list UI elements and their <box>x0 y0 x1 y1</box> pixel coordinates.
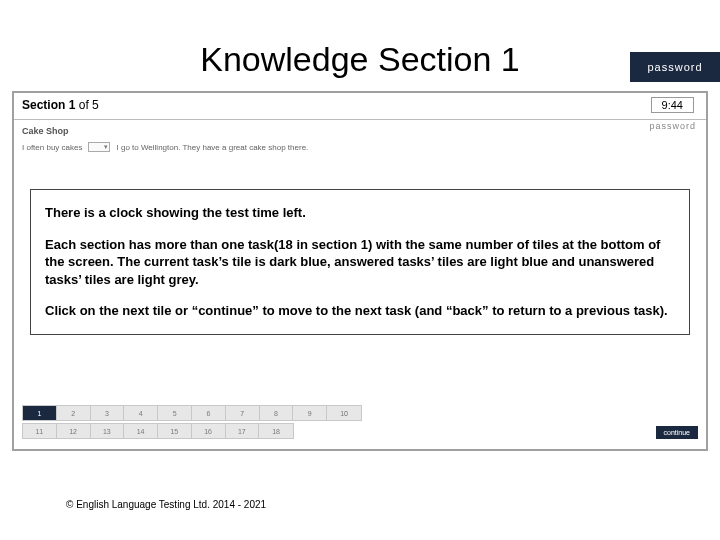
tile-row-1: 1 2 3 4 5 6 7 8 9 10 <box>22 405 362 421</box>
brand-corner: password <box>630 52 720 82</box>
task-tile-13[interactable]: 13 <box>91 424 125 438</box>
task-title: Cake Shop <box>14 124 706 142</box>
section-prefix: Section <box>22 98 69 112</box>
task-tile-2[interactable]: 2 <box>57 406 91 420</box>
task-tile-16[interactable]: 16 <box>192 424 226 438</box>
info-paragraph-3: Click on the next tile or “continue” to … <box>45 302 675 320</box>
divider <box>14 119 706 120</box>
task-tile-15[interactable]: 15 <box>158 424 192 438</box>
task-tile-3[interactable]: 3 <box>91 406 125 420</box>
brand-mini: password <box>649 121 696 131</box>
app-frame: Section 1 of 5 9:44 password Cake Shop I… <box>12 91 708 451</box>
info-paragraph-1: There is a clock showing the test time l… <box>45 204 675 222</box>
task-tile-12[interactable]: 12 <box>57 424 91 438</box>
info-paragraph-2: Each section has more than one task(18 i… <box>45 236 675 289</box>
info-overlay: There is a clock showing the test time l… <box>30 189 690 335</box>
task-blank-dropdown[interactable]: ▾ <box>88 142 110 152</box>
task-text-b: I go to Wellington. They have a great ca… <box>116 143 308 152</box>
task-tile-9[interactable]: 9 <box>293 406 327 420</box>
task-tile-7[interactable]: 7 <box>226 406 260 420</box>
task-tile-14[interactable]: 14 <box>124 424 158 438</box>
task-tile-8[interactable]: 8 <box>260 406 294 420</box>
task-tile-1[interactable]: 1 <box>23 406 57 420</box>
tiles-area: 1 2 3 4 5 6 7 8 9 10 11 12 13 14 15 16 1… <box>22 405 698 441</box>
task-text-a: I often buy cakes <box>22 143 82 152</box>
task-tile-17[interactable]: 17 <box>226 424 260 438</box>
section-of: of <box>75 98 92 112</box>
task-tile-4[interactable]: 4 <box>124 406 158 420</box>
continue-button[interactable]: continue <box>656 426 698 439</box>
section-total: 5 <box>92 98 99 112</box>
tile-row-2: 11 12 13 14 15 16 17 18 <box>22 423 294 439</box>
task-tile-10[interactable]: 10 <box>327 406 361 420</box>
copyright: © English Language Testing Ltd. 2014 - 2… <box>66 499 266 510</box>
section-indicator: Section 1 of 5 <box>22 98 99 112</box>
task-tile-11[interactable]: 11 <box>23 424 57 438</box>
task-tile-5[interactable]: 5 <box>158 406 192 420</box>
clock: 9:44 <box>651 97 694 113</box>
app-header: Section 1 of 5 9:44 <box>14 93 706 117</box>
slide-title: Knowledge Section 1 <box>0 0 720 91</box>
task-tile-18[interactable]: 18 <box>259 424 293 438</box>
task-sentence: I often buy cakes ▾ I go to Wellington. … <box>14 142 706 156</box>
task-tile-6[interactable]: 6 <box>192 406 226 420</box>
